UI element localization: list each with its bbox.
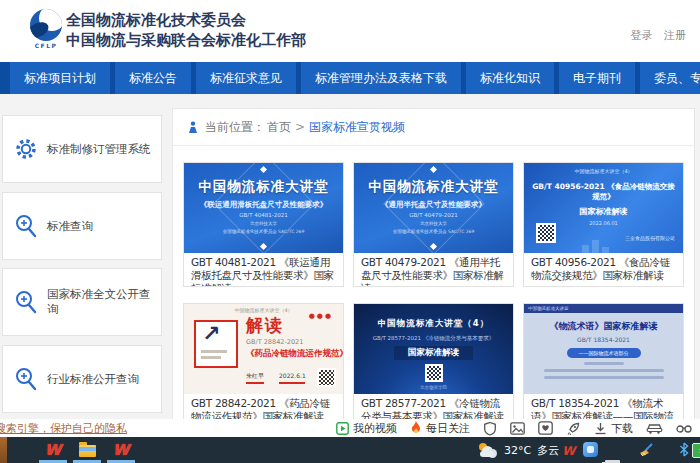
thumb-series-label: 中国物流标准大讲堂（4） <box>574 168 632 174</box>
daily-follow-button[interactable]: 每日关注 <box>410 421 470 436</box>
my-videos-button[interactable]: 我的视频 <box>336 421 397 436</box>
video-caption[interactable]: GBT 40479-2021 《通用半托盘尺寸及性能要求》国家标准解读 <box>354 253 513 286</box>
taskbar-wps-button[interactable]: W <box>40 439 66 460</box>
up-right-arrow-icon: ↗ <box>202 322 220 346</box>
sidebar-item-national-fulltext[interactable]: 国家标准全文公开查询 <box>2 268 162 336</box>
wps-icon: W <box>562 444 575 458</box>
video-caption[interactable]: GBT 40956-2021 《食品冷链物流交接规范》国家标准解读 <box>524 253 683 286</box>
tray-media-app-icon[interactable] <box>583 442 598 457</box>
my-videos-label: 我的视频 <box>353 421 397 436</box>
sidebar-item-standard-search[interactable]: 标准查询 <box>2 192 162 260</box>
auth-links: 登录 注册 <box>623 28 687 43</box>
nav-item-knowledge[interactable]: 标准化知识 <box>466 62 554 94</box>
cropped-app-icon[interactable] <box>0 437 7 463</box>
thumb-standard-code: GB/T 28577-2021 《冷链物流分类与基本要求》 <box>359 335 508 342</box>
nav-item-comments[interactable]: 标准征求意见 <box>196 62 296 94</box>
diamond-decor <box>260 166 267 173</box>
health-heart-icon[interactable] <box>538 421 553 435</box>
video-thumbnail[interactable]: 中国物流标准大讲堂 《物流术语》国家标准解读 GB/T 18354-2021 —… <box>524 304 683 394</box>
rocket-icon[interactable] <box>566 421 581 436</box>
download-icon <box>594 422 607 435</box>
play-video-icon <box>336 422 349 435</box>
video-thumbnail[interactable]: 中国物流标准大讲堂（4） ●●● ↗ 解读 GB/T 28842-2021 《药… <box>184 304 343 394</box>
cflp-logo[interactable]: CFLP <box>26 9 66 55</box>
thumb-standard-code: GB/T 40479-2021 <box>409 212 457 218</box>
breadcrumb: 当前位置： 首页 > 国家标准宣贯视频 <box>173 109 694 146</box>
tiny-text-decor <box>544 369 664 372</box>
tray-cleaner-icon[interactable] <box>638 442 654 462</box>
breadcrumb-current[interactable]: 国家标准宣贯视频 <box>309 119 405 136</box>
tiny-text-decor <box>544 376 664 379</box>
video-card-gbt40956[interactable]: 中国物流标准大讲堂（4） GB/T 40956-2021 《食品冷链物流交接规范… <box>523 162 684 287</box>
browser-toolbar-items: 我的视频 每日关注 <box>336 419 700 437</box>
folder-icon <box>79 445 96 457</box>
video-card-gbt18354[interactable]: 中国物流标准大讲堂 《物流术语》国家标准解读 GB/T 18354-2021 —… <box>523 303 684 428</box>
wps-icon: W <box>113 441 130 459</box>
tray-bluetooth-icon[interactable] <box>679 442 689 461</box>
gear-icon <box>13 136 39 162</box>
tiny-text-decor <box>201 356 221 359</box>
thumb-series-label: 中国物流标准大讲堂（4） <box>378 318 489 330</box>
cloud-sun-icon <box>478 444 498 457</box>
thumb-brand-title: 中国物流标准大讲堂 <box>198 178 329 196</box>
site-title-line2: 中国物流与采购联合会标准化工作部 <box>66 30 306 50</box>
image-icon[interactable] <box>510 422 525 435</box>
tiny-text-decor <box>584 362 624 365</box>
nav-item-notice[interactable]: 标准公告 <box>115 62 191 94</box>
login-link[interactable]: 登录 <box>631 29 653 42</box>
underline-decor <box>279 382 305 384</box>
shield-icon[interactable] <box>483 421 497 436</box>
download-label: 下载 <box>611 421 633 436</box>
nav-item-experts[interactable]: 委员、专家库 <box>640 62 700 94</box>
main-content: 当前位置： 首页 > 国家标准宣贯视频 中国物流标准大讲堂 《联运通用滑板托盘尺… <box>172 108 695 437</box>
download-button[interactable]: 下载 <box>594 421 633 436</box>
video-card-gbt40479[interactable]: 中国物流标准大讲堂 《通用半托盘尺寸及性能要求》 GB/T 40479-2021… <box>353 162 514 287</box>
sidebar-item-label: 行业标准公开查询 <box>47 372 139 387</box>
taskbar-explorer-button[interactable] <box>74 439 100 460</box>
sidebar-item-label: 标准制修订管理系统 <box>47 142 151 157</box>
thumb-standard-code: GB/T 28842-2021 <box>246 338 303 346</box>
nav-item-journal[interactable]: 电子期刊 <box>559 62 635 94</box>
thumb-subtitle: 国家标准解读 <box>394 346 473 360</box>
search-plus-icon <box>13 366 39 392</box>
tray-wps-icon[interactable]: W <box>562 440 575 459</box>
thumb-org-line: 北京科技大学 <box>420 221 447 226</box>
logo-text: CFLP <box>26 42 66 49</box>
main-nav: 标准项目计划 标准公告 标准征求意见 标准管理办法及表格下载 标准化知识 电子期… <box>0 62 700 94</box>
video-thumbnail[interactable]: 中国物流标准大讲堂 《联运通用滑板托盘尺寸及性能要求》 GB/T 40481-2… <box>184 163 343 253</box>
sidebar-item-revision-system[interactable]: 标准制修订管理系统 <box>2 115 162 183</box>
windows-taskbar: W W 32°C 多云 W ⚡ <box>0 437 700 463</box>
globe-logo-icon <box>30 9 62 41</box>
glasses-icon[interactable] <box>676 422 692 434</box>
diamond-decor <box>430 166 437 173</box>
nav-item-plan[interactable]: 标准项目计划 <box>10 62 110 94</box>
tray-battery-charging-icon[interactable]: ⚡ <box>692 443 700 458</box>
video-thumbnail[interactable]: 中国物流标准大讲堂（4） GB/T 40956-2021 《食品冷链物流交接规范… <box>524 163 683 253</box>
chart-decor <box>582 240 609 253</box>
video-card-gbt28577[interactable]: 中国物流标准大讲堂（4） GB/T 28577-2021 《冷链物流分类与基本要… <box>353 303 514 428</box>
car-icon[interactable] <box>646 422 663 434</box>
sidebar-item-industry-search[interactable]: 行业标准公开查询 <box>2 345 162 413</box>
video-card-gbt28842[interactable]: 中国物流标准大讲堂（4） ●●● ↗ 解读 GB/T 28842-2021 《药… <box>183 303 344 428</box>
weather-widget[interactable]: 32°C 多云 <box>478 437 559 463</box>
thumb-org-line: 北京物资学院 <box>420 385 447 390</box>
thumb-subtitle: 《联运通用滑板托盘尺寸及性能要求》 <box>200 200 328 210</box>
video-thumbnail[interactable]: 中国物流标准大讲堂 《通用半托盘尺寸及性能要求》 GB/T 40479-2021… <box>354 163 513 253</box>
video-thumbnail[interactable]: 中国物流标准大讲堂（4） GB/T 28577-2021 《冷链物流分类与基本要… <box>354 304 513 394</box>
nav-item-download[interactable]: 标准管理办法及表格下载 <box>301 62 461 94</box>
thumb-org-line: 全国物流标准化技术委员会 SAC/TC 269 <box>223 229 305 234</box>
taskbar-wps-button-2[interactable]: W <box>108 439 134 460</box>
thumb-org-line: 北京科技大学 <box>250 221 277 226</box>
daily-follow-label: 每日关注 <box>426 421 470 436</box>
dots-decor: ●●● <box>309 312 333 320</box>
qr-code <box>317 368 336 387</box>
thumb-speaker: 朱红早 <box>246 372 264 381</box>
register-link[interactable]: 注册 <box>664 29 686 42</box>
thumb-title: 《药品冷链物流运作规范》 <box>246 348 343 360</box>
video-caption[interactable]: GBT 40481-2021 《联运通用滑板托盘尺寸及性能要求》国家标准解读 <box>184 253 343 286</box>
thumb-subtitle: 《通用半托盘尺寸及性能要求》 <box>381 200 486 210</box>
breadcrumb-home-link[interactable]: 首页 <box>267 119 291 136</box>
video-card-gbt40481[interactable]: 中国物流标准大讲堂 《联运通用滑板托盘尺寸及性能要求》 GB/T 40481-2… <box>183 162 344 287</box>
thumb-org-line: 全国物流标准化技术委员会 SAC/TC 269 <box>393 229 475 234</box>
privacy-link[interactable]: 搜索引擎，保护自己的隐私 <box>0 421 127 436</box>
